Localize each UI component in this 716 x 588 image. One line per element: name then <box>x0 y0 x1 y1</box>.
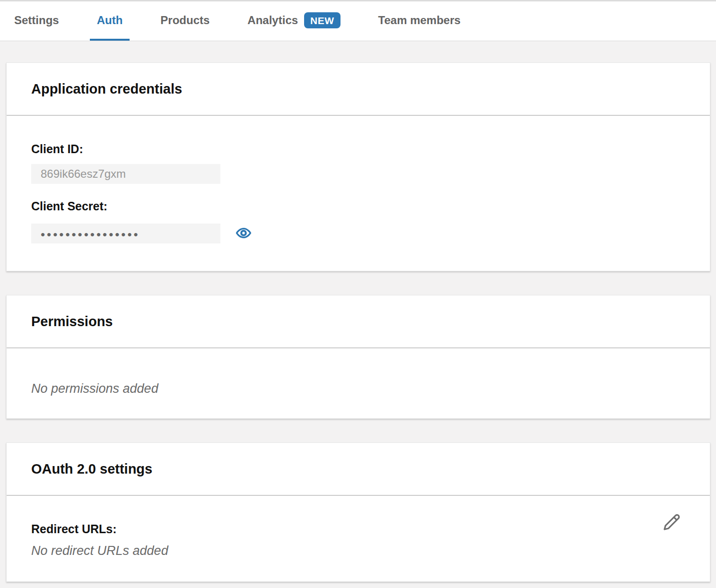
permissions-card: Permissions No permissions added <box>6 295 710 419</box>
tab-analytics[interactable]: Analytics NEW <box>240 1 347 41</box>
tab-team-members-label: Team members <box>378 14 461 27</box>
pencil-icon <box>661 527 682 535</box>
reveal-secret-button[interactable] <box>236 225 252 242</box>
oauth-settings-body: Redirect URLs: No redirect URLs added <box>7 496 710 581</box>
client-id-label: Client ID: <box>31 142 685 156</box>
permissions-body: No permissions added <box>7 348 710 418</box>
tab-products[interactable]: Products <box>153 1 217 41</box>
tab-analytics-label: Analytics <box>247 14 298 27</box>
new-badge: NEW <box>304 12 341 28</box>
oauth-settings-title: OAuth 2.0 settings <box>31 461 152 477</box>
eye-icon <box>236 225 252 242</box>
tab-settings-label: Settings <box>14 14 59 27</box>
oauth-settings-card: OAuth 2.0 settings Redirect URLs: No red… <box>6 442 710 582</box>
tab-products-label: Products <box>160 14 210 27</box>
edit-redirect-urls-button[interactable] <box>661 511 682 535</box>
client-id-value[interactable]: 869ik66esz7gxm <box>31 164 220 184</box>
application-credentials-header: Application credentials <box>7 63 710 116</box>
client-secret-row: •••••••••••••••• <box>31 224 685 243</box>
tab-auth-label: Auth <box>97 14 123 27</box>
redirect-urls-empty-text: No redirect URLs added <box>31 544 685 558</box>
application-credentials-body: Client ID: 869ik66esz7gxm Client Secret:… <box>7 116 710 271</box>
tab-auth[interactable]: Auth <box>90 1 130 41</box>
client-secret-label: Client Secret: <box>31 199 685 213</box>
permissions-header: Permissions <box>7 295 710 348</box>
application-credentials-title: Application credentials <box>31 81 182 97</box>
oauth-settings-header: OAuth 2.0 settings <box>7 443 710 496</box>
application-credentials-card: Application credentials Client ID: 869ik… <box>6 62 710 271</box>
client-secret-masked-value[interactable]: •••••••••••••••• <box>31 224 220 243</box>
auth-tab-content: Application credentials Client ID: 869ik… <box>0 41 716 582</box>
permissions-title: Permissions <box>31 314 113 329</box>
tab-settings[interactable]: Settings <box>7 1 66 41</box>
app-tab-bar: Settings Auth Products Analytics NEW Tea… <box>0 0 716 41</box>
redirect-urls-label: Redirect URLs: <box>31 522 685 536</box>
tab-team-members[interactable]: Team members <box>371 1 468 41</box>
permissions-empty-text: No permissions added <box>31 381 685 396</box>
